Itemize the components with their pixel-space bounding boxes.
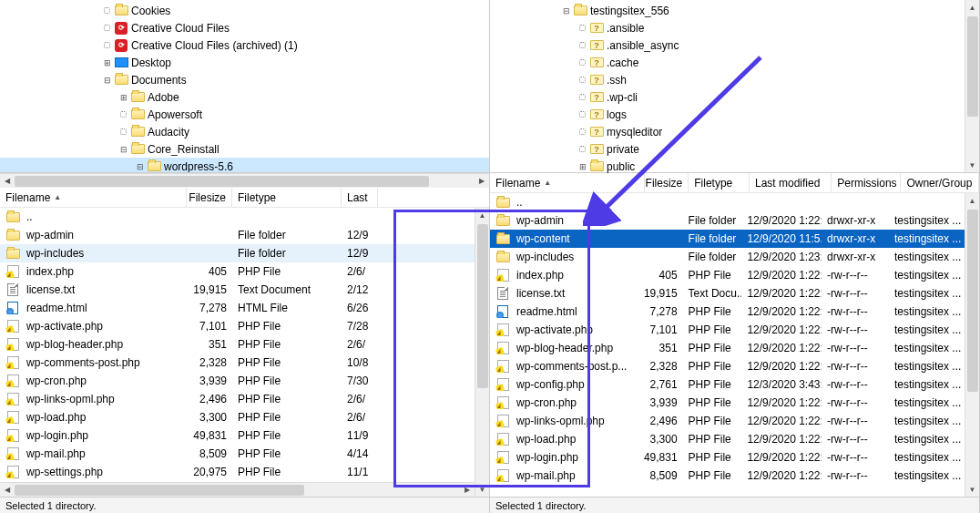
tree-item[interactable]: ⊞Desktop <box>0 54 489 71</box>
tree-item[interactable]: ⊟testingsitex_556 <box>490 2 965 19</box>
cell-name: wp-comments-post.php <box>26 356 140 369</box>
list-item[interactable]: wp-adminFile folder12/9 <box>0 226 475 244</box>
php-file-icon <box>5 429 20 442</box>
local-list-header[interactable]: Filename▲FilesizeFiletypeLast <box>0 188 489 208</box>
column-header[interactable]: Filesize <box>645 173 689 192</box>
expand-icon[interactable]: ⊞ <box>118 92 128 102</box>
scroll-down-icon[interactable]: ▼ <box>965 482 979 497</box>
horizontal-scrollbar[interactable]: ◀ ▶ <box>0 173 489 188</box>
list-item[interactable]: .. <box>490 193 965 211</box>
list-item[interactable]: license.txt19,915Text Document2/12 <box>0 281 475 299</box>
local-file-list[interactable]: ..wp-adminFile folder12/9wp-includesFile… <box>0 208 475 482</box>
remote-list-header[interactable]: Filename▲FilesizeFiletypeLast modifiedPe… <box>490 173 979 193</box>
list-item[interactable]: index.php405PHP File2/6/ <box>0 262 475 281</box>
scroll-down-icon[interactable]: ▼ <box>475 482 489 497</box>
list-item[interactable]: wp-mail.php8,509PHP File12/9/2020 1:22:.… <box>490 467 965 485</box>
collapse-icon[interactable]: ⊟ <box>118 144 128 154</box>
column-header[interactable]: Filename▲ <box>490 173 645 192</box>
remote-tree[interactable]: ⊟testingsitex_556?.ansible?.ansible_asyn… <box>490 0 965 173</box>
tree-item[interactable]: ?.cache <box>490 54 965 71</box>
list-item[interactable]: wp-comments-post.php2,328PHP File10/8 <box>0 354 475 372</box>
list-item[interactable]: wp-includesFile folder12/9/2020 1:23:...… <box>490 248 965 266</box>
column-header[interactable]: Filetype <box>232 188 342 207</box>
tree-item[interactable]: ?.wp-cli <box>490 88 965 106</box>
tree-item[interactable]: ?.ansible_async <box>490 36 965 54</box>
scroll-up-icon[interactable]: ▲ <box>965 0 979 15</box>
scroll-up-icon[interactable]: ▲ <box>475 208 489 222</box>
list-item[interactable]: wp-activate.php7,101PHP File12/9/2020 1:… <box>490 321 965 339</box>
collapse-icon[interactable]: ⊟ <box>102 75 112 85</box>
remote-file-list[interactable]: ..wp-adminFile folder12/9/2020 1:22:...d… <box>490 193 965 497</box>
list-item[interactable]: wp-load.php3,300PHP File2/6/ <box>0 408 475 426</box>
list-item[interactable]: wp-mail.php8,509PHP File4/14 <box>0 445 475 463</box>
tree-item[interactable]: ⟳Creative Cloud Files <box>0 19 489 36</box>
vertical-scrollbar[interactable]: ▲ ▼ <box>965 0 979 172</box>
list-item[interactable]: wp-blog-header.php351PHP File2/6/ <box>0 335 475 354</box>
cell-own: testingsitex ... <box>894 323 961 336</box>
list-item[interactable]: wp-settings.php20,975PHP File11/1 <box>0 463 475 481</box>
scroll-left-icon[interactable]: ◀ <box>0 174 15 188</box>
folder-icon <box>495 214 510 227</box>
vertical-scrollbar[interactable]: ▲ ▼ <box>475 208 489 497</box>
tree-item[interactable]: ⊞public <box>490 158 965 173</box>
cell-size: 351 <box>209 338 227 351</box>
tree-item[interactable]: Apowersoft <box>0 106 489 123</box>
column-header[interactable]: Last modified <box>750 173 832 192</box>
local-tree[interactable]: Cookies⟳Creative Cloud Files⟳Creative Cl… <box>0 0 489 173</box>
list-item[interactable]: index.php405PHP File12/9/2020 1:22:...-r… <box>490 266 965 284</box>
expand-icon[interactable]: ⊞ <box>102 57 112 67</box>
tree-item[interactable]: ?.ssh <box>490 71 965 88</box>
list-item[interactable]: .. <box>0 208 475 226</box>
collapse-icon[interactable]: ⊟ <box>135 161 145 171</box>
tree-item[interactable]: ⊟wordpress-5.6 <box>0 158 489 173</box>
scroll-up-icon[interactable]: ▲ <box>965 193 979 208</box>
horizontal-scrollbar[interactable]: ◀ ▶ <box>0 482 475 497</box>
list-item[interactable]: wp-login.php49,831PHP File11/9 <box>0 426 475 445</box>
tree-item[interactable]: ⊞Adobe <box>0 88 489 106</box>
list-item[interactable]: wp-config.php2,761PHP File12/3/2020 3:43… <box>490 375 965 394</box>
tree-item[interactable]: Audacity <box>0 123 489 140</box>
list-item[interactable]: wp-cron.php3,939PHP File12/9/2020 1:22:.… <box>490 394 965 412</box>
list-item[interactable]: wp-adminFile folder12/9/2020 1:22:...drw… <box>490 211 965 230</box>
cell-type: PHP File <box>238 265 281 278</box>
list-item[interactable]: readme.html7,278PHP File12/9/2020 1:22:.… <box>490 303 965 321</box>
column-header[interactable]: Filetype <box>689 173 750 192</box>
collapse-icon[interactable]: ⊟ <box>561 5 571 15</box>
list-item[interactable]: wp-load.php3,300PHP File12/9/2020 1:22:.… <box>490 430 965 448</box>
column-header[interactable]: Last <box>342 188 378 207</box>
tree-item[interactable]: ?.ansible <box>490 19 965 36</box>
scroll-down-icon[interactable]: ▼ <box>965 158 979 172</box>
scroll-left-icon[interactable]: ◀ <box>0 483 15 497</box>
tree-item[interactable]: ⊟Documents <box>0 71 489 88</box>
list-item[interactable]: wp-links-opml.php2,496PHP File12/9/2020 … <box>490 412 965 430</box>
list-item[interactable]: license.txt19,915Text Docu...12/9/2020 1… <box>490 284 965 303</box>
tree-item[interactable]: ⟳Creative Cloud Files (archived) (1) <box>0 36 489 54</box>
list-item[interactable]: wp-contentFile folder12/9/2020 11:5...dr… <box>490 230 965 248</box>
column-header[interactable]: Permissions <box>832 173 901 192</box>
expand-icon[interactable]: ⊞ <box>577 161 587 171</box>
column-header[interactable]: Filesize <box>187 188 232 207</box>
tree-item-label: Creative Cloud Files <box>131 22 230 35</box>
list-item[interactable]: wp-comments-post.p...2,328PHP File12/9/2… <box>490 357 965 375</box>
cell-mod: 12/3/2020 3:43:... <box>747 378 822 391</box>
list-item[interactable]: wp-links-opml.php2,496PHP File2/6/ <box>0 390 475 408</box>
column-header[interactable]: Owner/Group <box>901 173 979 192</box>
list-item[interactable]: wp-cron.php3,939PHP File7/30 <box>0 372 475 390</box>
scroll-right-icon[interactable]: ▶ <box>460 483 475 497</box>
column-header[interactable]: Filename▲ <box>0 188 187 207</box>
tree-item[interactable]: ⊟Core_Reinstall <box>0 140 489 158</box>
list-item[interactable]: wp-login.php49,831PHP File12/9/2020 1:22… <box>490 448 965 467</box>
cell-name: wp-load.php <box>516 433 576 446</box>
list-item[interactable]: readme.html7,278HTML File6/26 <box>0 299 475 317</box>
php-file-icon <box>495 342 510 354</box>
tree-item[interactable]: ?private <box>490 140 965 158</box>
list-item[interactable]: wp-includesFile folder12/9 <box>0 244 475 262</box>
vertical-scrollbar[interactable]: ▲ ▼ <box>965 193 979 497</box>
list-item[interactable]: wp-blog-header.php351PHP File12/9/2020 1… <box>490 339 965 357</box>
tree-item[interactable]: ?mysqleditor <box>490 123 965 140</box>
scroll-right-icon[interactable]: ▶ <box>475 174 489 188</box>
tree-item[interactable]: Cookies <box>0 2 489 19</box>
tree-item[interactable]: ?logs <box>490 106 965 123</box>
list-item[interactable]: wp-activate.php7,101PHP File7/28 <box>0 317 475 335</box>
cell-type: File folder <box>689 232 737 245</box>
